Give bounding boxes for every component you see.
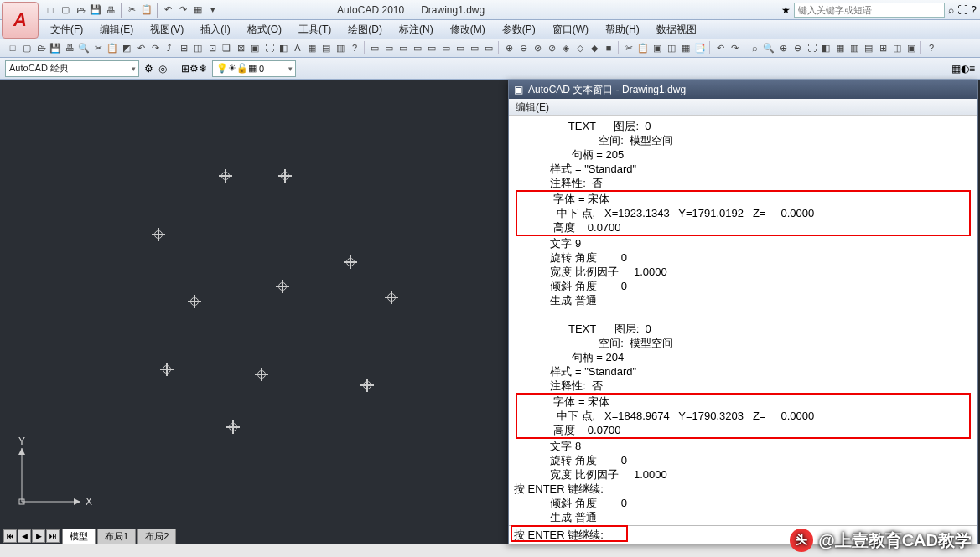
toolbar-r2b-0-icon[interactable]: ▭ (368, 41, 381, 54)
search-go-icon[interactable]: ⌕ (948, 4, 954, 16)
tab-layout2[interactable]: 布局2 (137, 529, 176, 544)
qat-new-icon[interactable]: □ (44, 3, 57, 17)
toolbar-r2a-17-icon[interactable]: ▣ (248, 41, 262, 54)
toolbar-r2b-3-icon[interactable]: ▭ (411, 41, 424, 54)
menu-draw[interactable]: 绘图(D) (340, 20, 391, 39)
tab-last-icon[interactable]: ⏭ (46, 529, 60, 543)
menu-insert[interactable]: 插入(I) (192, 20, 238, 39)
toolbar-r2a-23-icon[interactable]: ▥ (334, 41, 347, 54)
toolbar-r2d-2-icon[interactable]: ▣ (651, 41, 664, 54)
toolbar-r2a-12-icon[interactable]: ⊞ (177, 41, 190, 54)
toolbar-r2f-7-icon[interactable]: ▥ (848, 41, 861, 54)
toolbar-r2e-1-icon[interactable]: ↷ (728, 41, 741, 54)
toolbar-r2a-20-icon[interactable]: A (291, 41, 304, 54)
qat-paste-icon[interactable]: 📋 (140, 3, 153, 17)
toolbar-r2a-10-icon[interactable]: ↷ (148, 41, 162, 54)
toolbar-r2a-4-icon[interactable]: 🖶 (63, 41, 76, 54)
toolbar-r2a-8-icon[interactable]: ◩ (120, 41, 133, 54)
text-window-body[interactable]: TEXT 图层: 0 空间: 模型空间 句柄 = 205 样式 = "Stand… (509, 116, 977, 525)
toolbar-r2a-13-icon[interactable]: ◫ (191, 41, 205, 54)
toolbar-r2a-18-icon[interactable]: ⛶ (262, 41, 276, 54)
toolbar-r2d-4-icon[interactable]: ▦ (679, 41, 692, 54)
toolbar-r2f-2-icon[interactable]: ⊕ (776, 41, 790, 54)
toolbar-r2a-16-icon[interactable]: ⊠ (234, 41, 247, 54)
toolbar-r2b-5-icon[interactable]: ▭ (439, 41, 453, 54)
layer-tool-0-icon[interactable]: ⊞ (181, 63, 189, 75)
toolbar-r2g-0-icon[interactable]: ? (925, 41, 938, 54)
toolbar-r2a-0-icon[interactable]: □ (6, 41, 19, 54)
toolbar-r2c-4-icon[interactable]: ◈ (559, 41, 573, 54)
qat-more-icon[interactable]: ▦ (191, 3, 205, 17)
search-expand-icon[interactable]: ⛶ (957, 4, 967, 16)
toolbar-r2a-7-icon[interactable]: 📋 (106, 41, 119, 54)
props-tool-0-icon[interactable]: ▦ (951, 63, 961, 75)
toolbar-r2f-5-icon[interactable]: ◧ (819, 41, 832, 54)
workspace-save-icon[interactable]: ◎ (158, 63, 167, 75)
menu-parametric[interactable]: 参数(P) (494, 20, 544, 39)
toolbar-r2a-11-icon[interactable]: ⤴ (163, 41, 176, 54)
menu-dataview[interactable]: 数据视图 (648, 20, 705, 39)
layer-combo[interactable]: 💡☀🔓▦ 0 (212, 60, 296, 77)
menu-edit[interactable]: 编辑(E) (91, 20, 142, 39)
qat-dropdown-icon[interactable]: ▾ (206, 3, 220, 17)
toolbar-r2f-0-icon[interactable]: ⌕ (748, 41, 761, 54)
toolbar-r2a-24-icon[interactable]: ? (348, 41, 361, 54)
props-tool-2-icon[interactable]: ≡ (969, 63, 975, 75)
toolbar-r2c-1-icon[interactable]: ⊖ (516, 41, 530, 54)
menu-help[interactable]: 帮助(H) (597, 20, 648, 39)
app-menu-button[interactable]: A (2, 2, 39, 39)
toolbar-r2a-14-icon[interactable]: ⊡ (205, 41, 219, 54)
toolbar-r2a-19-icon[interactable]: ◧ (277, 41, 290, 54)
toolbar-r2a-3-icon[interactable]: 💾 (49, 41, 62, 54)
toolbar-r2f-3-icon[interactable]: ⊖ (791, 41, 804, 54)
menu-window[interactable]: 窗口(W) (544, 20, 597, 39)
toolbar-r2b-1-icon[interactable]: ▭ (382, 41, 396, 54)
toolbar-r2a-6-icon[interactable]: ✂ (91, 41, 105, 54)
toolbar-r2d-0-icon[interactable]: ✂ (622, 41, 635, 54)
tab-first-icon[interactable]: ⏮ (3, 529, 17, 543)
toolbar-r2a-2-icon[interactable]: 🗁 (34, 41, 48, 54)
qat-print-icon[interactable]: 🖶 (104, 3, 117, 17)
toolbar-r2d-3-icon[interactable]: ◫ (665, 41, 678, 54)
toolbar-r2d-1-icon[interactable]: 📋 (636, 41, 650, 54)
toolbar-r2a-15-icon[interactable]: ❏ (220, 41, 233, 54)
qat-save-icon[interactable]: 💾 (89, 3, 102, 17)
toolbar-r2f-6-icon[interactable]: ▦ (833, 41, 847, 54)
workspace-combo[interactable]: AutoCAD 经典 (5, 60, 139, 77)
toolbar-r2c-0-icon[interactable]: ⊕ (502, 41, 516, 54)
toolbar-r2c-2-icon[interactable]: ⊗ (531, 41, 544, 54)
tab-model[interactable]: 模型 (62, 529, 96, 544)
toolbar-r2b-8-icon[interactable]: ▭ (482, 41, 495, 54)
help-icon[interactable]: ? (971, 4, 977, 16)
toolbar-r2a-9-icon[interactable]: ↶ (134, 41, 148, 54)
toolbar-r2c-6-icon[interactable]: ◆ (588, 41, 601, 54)
tab-next-icon[interactable]: ▶ (32, 529, 45, 543)
menu-tools[interactable]: 工具(T) (290, 20, 340, 39)
toolbar-r2c-7-icon[interactable]: ■ (602, 41, 615, 54)
infocenter-icon[interactable]: ★ (781, 4, 791, 16)
search-input[interactable] (794, 3, 945, 18)
toolbar-r2a-21-icon[interactable]: ▦ (305, 41, 319, 54)
menu-view[interactable]: 视图(V) (142, 20, 192, 39)
toolbar-r2c-5-icon[interactable]: ◇ (573, 41, 587, 54)
tab-layout1[interactable]: 布局1 (97, 529, 136, 544)
layer-tool-2-icon[interactable]: ❄ (199, 63, 207, 75)
toolbar-r2f-8-icon[interactable]: ▤ (862, 41, 875, 54)
toolbar-r2f-9-icon[interactable]: ⊞ (876, 41, 889, 54)
qat-redo-icon[interactable]: ↷ (176, 3, 189, 17)
toolbar-r2b-6-icon[interactable]: ▭ (454, 41, 467, 54)
text-window-edit-menu[interactable]: 编辑(E) (516, 101, 549, 113)
toolbar-r2a-5-icon[interactable]: 🔍 (77, 41, 91, 54)
toolbar-r2a-22-icon[interactable]: ▤ (319, 41, 333, 54)
qat-undo-icon[interactable]: ↶ (161, 3, 174, 17)
menu-file[interactable]: 文件(F) (42, 20, 91, 39)
tab-prev-icon[interactable]: ◀ (18, 529, 31, 543)
menu-modify[interactable]: 修改(M) (442, 20, 494, 39)
toolbar-r2a-1-icon[interactable]: ▢ (20, 41, 34, 54)
menu-dimension[interactable]: 标注(N) (391, 20, 442, 39)
qat-sheet-icon[interactable]: ▢ (59, 3, 72, 17)
toolbar-r2f-11-icon[interactable]: ▣ (905, 41, 918, 54)
props-tool-1-icon[interactable]: ◐ (961, 63, 969, 75)
workspace-settings-icon[interactable]: ⚙ (144, 63, 153, 75)
toolbar-r2b-7-icon[interactable]: ▭ (468, 41, 481, 54)
